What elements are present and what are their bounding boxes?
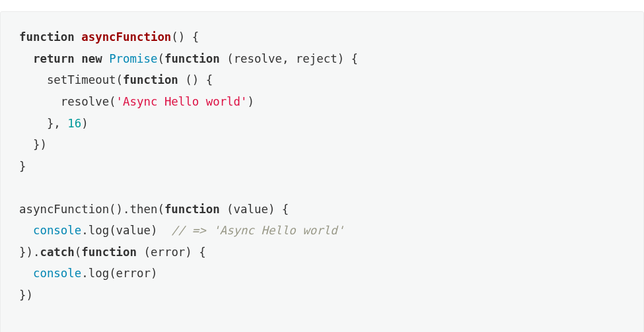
code-token-keyword: return new (33, 52, 102, 65)
code-content: function asyncFunction() { return new Pr… (19, 30, 358, 302)
code-token-string: 'Async Hello world' (116, 95, 248, 108)
code-token-keyword: function (164, 52, 220, 65)
code-token-keyword: function (164, 203, 220, 216)
code-token-plain: .log(error) (81, 267, 157, 280)
code-token-plain: (resolve, reject) { (220, 52, 358, 65)
code-block: function asyncFunction() { return new Pr… (0, 11, 644, 332)
code-token-class: Promise (109, 52, 157, 65)
code-token-plain (102, 52, 109, 65)
code-token-plain: () { (178, 73, 213, 86)
code-token-builtin: console (33, 224, 81, 237)
code-token-number: 16 (67, 117, 81, 130)
code-token-keyword: function (19, 30, 81, 44)
code-token-plain: asyncFunction().then( (19, 203, 164, 216)
code-token-plain (19, 52, 33, 65)
code-token-plain: setTimeout( (19, 73, 123, 86)
code-token-plain: }). (19, 246, 40, 259)
code-token-plain: }) (19, 138, 47, 151)
code-token-keyword: function (123, 73, 178, 86)
code-token-plain: ) (248, 95, 254, 108)
code-token-plain: (value) { (220, 203, 289, 216)
code-token-keyword: function (81, 246, 137, 259)
code-token-plain: .log(value) (81, 224, 171, 237)
code-token-plain: }, (19, 117, 67, 130)
code-token-plain: (error) { (137, 246, 206, 259)
code-token-comment: // => 'Async Hello world' (171, 224, 344, 237)
code-token-builtin: console (33, 267, 81, 280)
code-token-plain: } (19, 160, 26, 173)
code-token-plain: resolve( (19, 95, 116, 108)
code-token-plain: ( (157, 52, 164, 65)
code-token-keyword: catch (40, 246, 74, 259)
code-token-plain: }) (19, 288, 33, 302)
code-token-plain: () { (171, 30, 199, 44)
code-token-fname: asyncFunction (81, 30, 171, 44)
code-token-plain: ( (75, 246, 81, 259)
code-token-plain: ) (81, 117, 88, 130)
code-token-plain (19, 224, 33, 237)
code-token-plain (19, 267, 33, 280)
